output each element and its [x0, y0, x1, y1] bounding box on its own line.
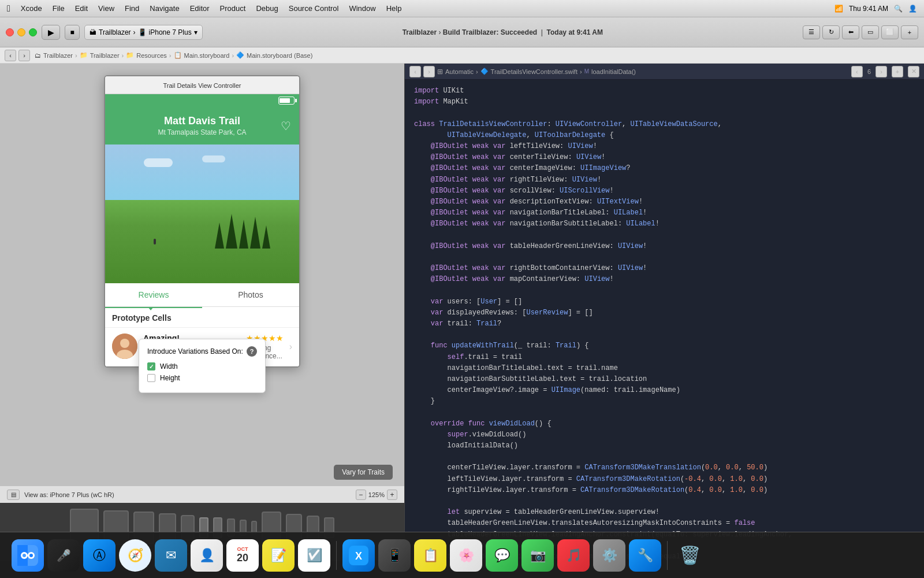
- menu-help[interactable]: Help: [386, 4, 402, 13]
- menu-product[interactable]: Product: [220, 4, 246, 13]
- favorite-button[interactable]: ♡: [281, 119, 291, 133]
- tab-reviews[interactable]: Reviews: [105, 283, 202, 306]
- split-pane-button[interactable]: ⬜: [881, 25, 899, 39]
- code-line: @IBOutlet weak var scrollView: UIScrollV…: [414, 186, 915, 197]
- dock-trash[interactable]: 🗑️: [673, 539, 706, 572]
- user-icon[interactable]: 👤: [908, 5, 917, 13]
- tree-5: [262, 225, 270, 249]
- menu-file[interactable]: File: [53, 4, 65, 13]
- close-editor-button[interactable]: ✕: [908, 66, 919, 77]
- breadcrumb-icon-storyboard2: 🔷: [236, 51, 244, 59]
- dock-calendar[interactable]: OCT 20: [226, 539, 259, 572]
- breadcrumb-item-5[interactable]: Main.storyboard (Base): [247, 52, 312, 59]
- view-as-label: View as: iPhone 7 Plus (wC hR): [24, 491, 114, 498]
- dock-reminders[interactable]: ☑️: [298, 539, 330, 572]
- add-pane-button[interactable]: +: [901, 25, 918, 39]
- menu-edit[interactable]: Edit: [75, 4, 88, 13]
- dock-siri[interactable]: 🎤: [47, 539, 80, 572]
- vary-for-traits-button[interactable]: Vary for Traits: [334, 465, 393, 480]
- code-line: rightTileView.layer.transform = CATransf…: [414, 485, 915, 496]
- menu-find[interactable]: Find: [125, 4, 139, 13]
- code-line: loadInitialData(): [414, 440, 915, 451]
- code-next-issue[interactable]: ›: [875, 66, 887, 77]
- dock-safari[interactable]: 🧭: [119, 539, 151, 572]
- file-name-label[interactable]: TrailDetailsViewController.swift: [491, 68, 578, 75]
- breadcrumb-sep-3: ›: [169, 52, 172, 59]
- dock-simulator[interactable]: 📱: [378, 539, 411, 572]
- menu-view[interactable]: View: [98, 4, 114, 13]
- menu-editor[interactable]: Editor: [190, 4, 210, 13]
- simulator-icon: 📱: [387, 548, 403, 563]
- add-editor-button[interactable]: +: [892, 66, 903, 77]
- menu-source-control[interactable]: Source Control: [289, 4, 339, 13]
- nav-next-button[interactable]: ›: [18, 50, 30, 61]
- maximize-button[interactable]: [29, 28, 37, 36]
- tooltip-option-width[interactable]: ✓ Width: [147, 362, 257, 370]
- refresh-button[interactable]: ↻: [822, 25, 840, 39]
- code-prev-issue[interactable]: ‹: [851, 66, 863, 77]
- battery-icon: [278, 97, 295, 105]
- code-breadcrumb-sep1: ›: [476, 68, 478, 75]
- tooltip-option-height[interactable]: Height: [147, 374, 257, 382]
- breadcrumb-sep-1: ›: [75, 52, 77, 59]
- run-button[interactable]: ▶: [42, 25, 60, 40]
- dock-notes[interactable]: 📝: [262, 539, 295, 572]
- menu-window[interactable]: Window: [349, 4, 375, 13]
- close-button[interactable]: [6, 28, 14, 36]
- dock-appstore[interactable]: Ⓐ: [83, 539, 116, 572]
- dock-messages[interactable]: 💬: [486, 539, 518, 572]
- code-nav-prev[interactable]: ‹: [409, 66, 421, 77]
- panel-toggle-button[interactable]: ▤: [7, 490, 20, 500]
- width-checkbox[interactable]: ✓: [147, 362, 155, 370]
- breadcrumb-item-1[interactable]: Trailblazer: [43, 52, 73, 59]
- zoom-in-button[interactable]: +: [387, 490, 397, 500]
- code-nav-next[interactable]: ›: [423, 66, 435, 77]
- dock-itunes[interactable]: 🎵: [557, 539, 590, 572]
- breadcrumb-icon-folder3: 📁: [126, 51, 134, 59]
- nav-prev-button[interactable]: ‹: [5, 50, 16, 61]
- dock-xcode[interactable]: X: [342, 539, 375, 572]
- help-icon[interactable]: ?: [247, 346, 257, 357]
- code-area[interactable]: import UIKit import MapKit class TrailDe…: [405, 80, 924, 561]
- scheme-selector[interactable]: 🏔 Trailblazer › 📱 iPhone 7 Plus ▾: [84, 25, 203, 40]
- breadcrumb-item-3[interactable]: Resources: [136, 52, 167, 59]
- menu-navigate[interactable]: Navigate: [150, 4, 179, 13]
- breadcrumb-item-4[interactable]: Main.storyboard: [184, 52, 230, 59]
- storyboard-canvas[interactable]: Trail Details View Controller Matt Davis…: [0, 64, 404, 486]
- breadcrumb-item-2[interactable]: Trailblazer: [90, 52, 120, 59]
- height-checkbox[interactable]: [147, 374, 155, 382]
- menu-xcode[interactable]: Xcode: [21, 4, 42, 13]
- dock-mail[interactable]: ✉: [155, 539, 187, 572]
- itunes-icon: 🎵: [566, 548, 582, 563]
- auto-mode-label[interactable]: Automatic: [445, 68, 474, 75]
- minimize-button[interactable]: [17, 28, 25, 36]
- search-icon[interactable]: 🔍: [894, 5, 903, 13]
- apple-menu[interactable]: : [7, 3, 10, 14]
- cloud-1: [144, 158, 173, 167]
- main-content: Trail Details View Controller Matt Davis…: [0, 64, 924, 561]
- dock-settings[interactable]: ⚙️: [593, 539, 625, 572]
- menu-debug[interactable]: Debug: [256, 4, 278, 13]
- time-display: Thu 9:41 AM: [849, 5, 888, 13]
- navigate-back-button[interactable]: ⬅: [842, 25, 859, 39]
- zoom-out-button[interactable]: −: [356, 490, 366, 500]
- dock-photos[interactable]: 🌸: [450, 539, 482, 572]
- dock-contacts[interactable]: 👤: [191, 539, 223, 572]
- chevron-right-icon: ›: [133, 28, 136, 36]
- dock-notes2[interactable]: 📋: [414, 539, 446, 572]
- code-nav-left: ‹ ›: [409, 66, 435, 77]
- dock-facetime[interactable]: 📷: [521, 539, 554, 572]
- code-line: @IBOutlet weak var mapContainerView: UIV…: [414, 274, 915, 285]
- facetime-icon: 📷: [530, 548, 546, 563]
- tree-4: [250, 217, 260, 249]
- issue-count: 6: [867, 68, 871, 75]
- single-pane-button[interactable]: ▭: [862, 25, 879, 39]
- tab-photos[interactable]: Photos: [202, 283, 299, 306]
- status-bar: [105, 94, 299, 107]
- method-name-label[interactable]: loadInitialData(): [591, 68, 636, 75]
- stop-button[interactable]: ■: [65, 25, 80, 40]
- dock-finder[interactable]: [12, 539, 44, 572]
- dock-dev[interactable]: 🔧: [629, 539, 661, 572]
- layout-list-button[interactable]: ☰: [803, 25, 820, 39]
- code-line: [414, 108, 915, 118]
